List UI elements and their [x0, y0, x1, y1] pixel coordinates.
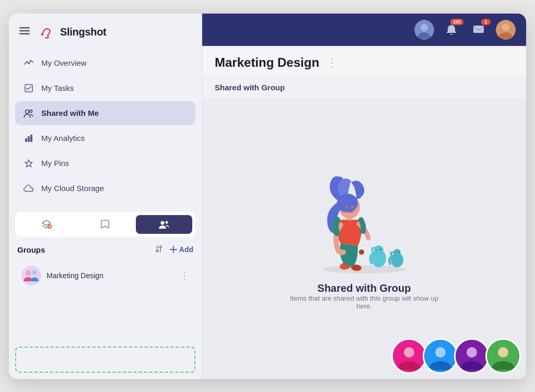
user-avatar-1[interactable] [414, 20, 434, 40]
section-label: Shared with Group [202, 77, 526, 99]
logo-icon [38, 24, 55, 41]
sort-icon[interactable] [154, 244, 164, 255]
svg-rect-2 [19, 33, 30, 35]
page-more-icon[interactable]: ⋮ [327, 56, 337, 69]
notification-count: 105 [450, 19, 463, 25]
svg-point-46 [435, 347, 446, 358]
notification-button[interactable]: 105 [441, 20, 461, 40]
sidebar-bottom-border [15, 347, 195, 373]
svg-point-40 [337, 194, 358, 212]
svg-point-30 [398, 251, 400, 253]
illustration [307, 168, 422, 277]
tab-layers[interactable] [18, 215, 75, 234]
main-content: 105 1 Marketing Design [202, 14, 526, 379]
member-avatar-4[interactable] [485, 338, 521, 374]
svg-point-34 [380, 248, 382, 251]
analytics-icon [24, 133, 34, 144]
sidebar-item-analytics[interactable]: My Analytics [15, 126, 195, 150]
top-bar: 105 1 [202, 14, 526, 46]
main-area: Shared with Group Items that are shared … [202, 99, 526, 379]
member-avatar-2[interactable] [423, 338, 458, 374]
app-container: Slingshot My Overview [9, 14, 526, 379]
svg-rect-23 [473, 26, 484, 33]
message-button[interactable]: 1 [469, 20, 489, 40]
sidebar: Slingshot My Overview [9, 14, 202, 379]
svg-point-6 [26, 110, 29, 113]
svg-rect-9 [25, 138, 27, 142]
member-avatar-1[interactable] [391, 338, 427, 374]
sidebar-item-shared[interactable]: Shared with Me [15, 101, 195, 125]
group-avatar [21, 266, 41, 286]
svg-point-48 [467, 347, 477, 358]
svg-point-42 [352, 206, 354, 208]
groups-header: Groups Add [17, 244, 193, 255]
message-count: 1 [481, 19, 491, 25]
pins-icon [24, 158, 34, 169]
svg-rect-11 [30, 135, 32, 142]
svg-rect-10 [28, 136, 30, 142]
tab-bar [15, 212, 195, 237]
svg-point-7 [30, 110, 32, 112]
svg-point-35 [359, 250, 364, 255]
svg-point-26 [322, 265, 406, 274]
groups-title: Groups [17, 245, 45, 254]
svg-rect-0 [19, 27, 30, 29]
sidebar-item-cloud[interactable]: My Cloud Storage [15, 176, 195, 200]
svg-point-41 [345, 206, 348, 208]
svg-point-25 [502, 23, 509, 31]
tab-bookmark[interactable] [77, 215, 133, 234]
groups-actions: Add [154, 244, 193, 255]
svg-point-4 [41, 33, 44, 35]
svg-point-19 [26, 270, 31, 276]
tasks-icon [24, 83, 34, 93]
sidebar-item-tasks[interactable]: My Tasks [15, 76, 195, 100]
svg-point-44 [404, 347, 414, 358]
tab-group[interactable] [136, 215, 192, 234]
svg-point-8 [32, 115, 33, 116]
svg-point-14 [160, 221, 164, 224]
page-header: Marketing Design ⋮ [202, 46, 526, 77]
nav-list: My Overview My Tasks [9, 49, 202, 204]
empty-illustration [307, 168, 422, 277]
member-avatar-3[interactable] [454, 338, 490, 374]
svg-point-50 [498, 347, 508, 358]
svg-point-32 [374, 245, 383, 255]
user-avatar-2[interactable] [496, 20, 516, 40]
svg-point-20 [32, 270, 37, 275]
cloud-icon [24, 183, 34, 194]
empty-state-title: Shared with Group [318, 282, 411, 294]
svg-point-18 [21, 266, 41, 286]
sidebar-item-pins[interactable]: My Pins [15, 151, 195, 175]
group-name: Marketing Design [46, 271, 175, 280]
group-item-marketing[interactable]: Marketing Design ⋮ [17, 260, 193, 291]
svg-point-13 [49, 225, 51, 228]
shared-icon [24, 108, 34, 118]
svg-point-22 [421, 24, 428, 31]
hamburger-icon[interactable] [19, 26, 30, 39]
brand-name: Slingshot [60, 26, 106, 38]
sidebar-header: Slingshot [9, 14, 202, 49]
svg-point-15 [165, 221, 168, 223]
empty-state-subtitle: Items that are shared with this group wi… [286, 294, 443, 310]
page-title: Marketing Design [215, 55, 319, 70]
activity-icon [24, 58, 34, 68]
svg-rect-1 [19, 30, 30, 32]
add-group-button[interactable]: Add [170, 245, 193, 254]
sidebar-item-overview[interactable]: My Overview [15, 51, 195, 75]
group-more-icon[interactable]: ⋮ [180, 270, 189, 281]
groups-section: Groups Add [9, 237, 202, 295]
bottom-avatars [391, 338, 521, 374]
